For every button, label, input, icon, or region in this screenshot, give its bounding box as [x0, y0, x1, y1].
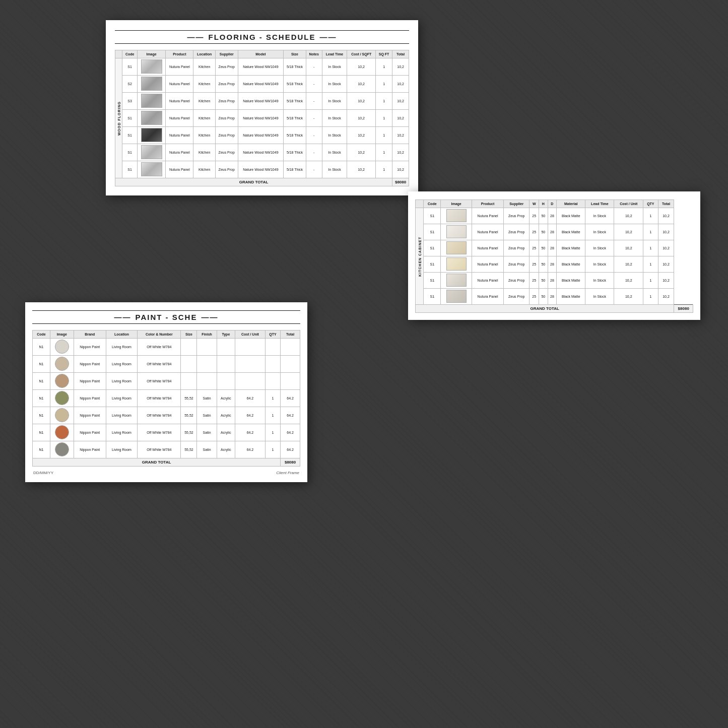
flooring-cell: Nutura Panel	[166, 76, 193, 93]
kitchen-cell: Zeus Prop	[504, 240, 530, 256]
paint-finish: Satin	[197, 390, 217, 407]
flooring-cell: 5/18 Thick	[284, 127, 306, 144]
flooring-cell: Nature Wood NW1049	[238, 76, 283, 93]
paint-location: Living Room	[106, 373, 137, 390]
kitchen-cell: In Stock	[585, 224, 614, 240]
kitchen-image-cell	[441, 256, 472, 273]
flooring-cell: -	[306, 93, 322, 110]
kitchen-cell: 28	[548, 224, 557, 240]
paint-size	[181, 356, 197, 373]
flooring-image-cell	[137, 76, 165, 93]
k-col-depth: D	[548, 200, 557, 208]
flooring-cell: Nutura Panel	[166, 110, 193, 127]
paint-swatch-cell	[50, 390, 74, 407]
paint-cost: 64.2	[235, 390, 266, 407]
flooring-cell: Nutura Panel	[166, 144, 193, 161]
paint-code: N1	[33, 339, 50, 356]
paint-cost	[235, 373, 266, 390]
paint-swatch-cell	[50, 424, 74, 441]
k-col-width: W	[530, 200, 539, 208]
paint-location: Living Room	[106, 356, 137, 373]
flooring-image-cell	[137, 161, 165, 178]
paint-row: N1Nippon PaintLiving RoomOff White W7845…	[33, 390, 300, 407]
paint-size: 55,52	[181, 441, 197, 458]
flooring-cell: In Stock	[322, 110, 347, 127]
flooring-cell: 10,2	[347, 127, 376, 144]
kitchen-image-cell	[441, 208, 472, 224]
p-col-finish: Finish	[197, 330, 217, 339]
kitchen-cell: Zeus Prop	[504, 273, 530, 289]
flooring-cell: Zeus Prop	[215, 58, 238, 76]
paint-color: Off White W784	[138, 373, 181, 390]
kitchen-cell: In Stock	[585, 240, 614, 256]
paint-swatch-cell	[50, 373, 74, 390]
kitchen-cell: 10,2	[658, 273, 674, 289]
paint-brand: Nippon Paint	[74, 424, 106, 441]
p-col-qty: QTY	[265, 330, 280, 339]
paint-qty	[265, 373, 280, 390]
kitchen-cell: Black Matte	[557, 208, 585, 224]
kitchen-cell: In Stock	[585, 289, 614, 305]
paint-type	[217, 339, 235, 356]
paint-cost: 64.2	[235, 441, 266, 458]
kitchen-cell: 25	[530, 208, 539, 224]
paint-type: Acrylic	[217, 424, 235, 441]
kitchen-cell: Black Matte	[557, 240, 585, 256]
paint-code: N1	[33, 356, 50, 373]
kitchen-cell: Nutura Panel	[472, 208, 504, 224]
flooring-cell: 5/18 Thick	[284, 161, 306, 178]
kitchen-image-cell	[441, 224, 472, 240]
paint-qty: 1	[265, 441, 280, 458]
paint-code: N1	[33, 407, 50, 424]
kitchen-cell: 1	[643, 289, 658, 305]
flooring-row: S1Nutura PanelKitchenZeus PropNature Woo…	[115, 144, 409, 161]
col-product: Product	[166, 50, 193, 58]
kitchen-row: S1Nutura PanelZeus Prop255028Black Matte…	[416, 273, 693, 289]
kitchen-cabinet-card: Code Image Product Supplier W H D Materi…	[408, 191, 700, 320]
kitchen-cell: 1	[643, 240, 658, 256]
grand-total-value: $8080	[281, 458, 300, 467]
flooring-cell: 1	[375, 76, 392, 93]
col-section-label	[115, 50, 122, 58]
p-col-total: Total	[281, 330, 300, 339]
kitchen-cell: Nutura Panel	[472, 256, 504, 273]
flooring-cell: 1	[375, 93, 392, 110]
paint-finish: Satin	[197, 441, 217, 458]
kitchen-cell: 28	[548, 256, 557, 273]
flooring-cell: S1	[122, 58, 137, 76]
k-col-image: Image	[441, 200, 472, 208]
flooring-row: S3Nutura PanelKitchenZeus PropNature Woo…	[115, 93, 409, 110]
p-col-color: Color & Number	[138, 330, 181, 339]
col-code: Code	[122, 50, 137, 58]
flooring-cell: 1	[375, 127, 392, 144]
kitchen-row: S1Nutura PanelZeus Prop255028Black Matte…	[416, 256, 693, 273]
kitchen-cell: S1	[424, 240, 441, 256]
paint-cost	[235, 339, 266, 356]
flooring-cell: 10,2	[347, 93, 376, 110]
paint-title: PAINT - SCHE	[32, 310, 300, 324]
flooring-row: S2Nutura PanelKitchenZeus PropNature Woo…	[115, 76, 409, 93]
flooring-cell: Zeus Prop	[215, 93, 238, 110]
paint-finish: Satin	[197, 424, 217, 441]
grand-total-value: $8080	[674, 305, 693, 313]
col-sq-ft: SQ FT	[375, 50, 392, 58]
paint-location: Living Room	[106, 390, 137, 407]
kitchen-cell: 50	[539, 224, 548, 240]
flooring-table: Code Image Product Location Supplier Mod…	[115, 50, 409, 186]
kitchen-cell: 10,2	[658, 256, 674, 273]
grand-total-row: GRAND TOTAL$8080	[416, 305, 693, 313]
flooring-cell: 10,2	[392, 127, 409, 144]
flooring-cell: Zeus Prop	[215, 161, 238, 178]
flooring-schedule-card: FLOORING - SCHEDULE Code Image Product L…	[106, 20, 418, 195]
col-cost-sqft: Cost / SQFT	[347, 50, 376, 58]
footer-date: DD/MM/YY	[33, 471, 53, 475]
flooring-cell: 10,2	[347, 76, 376, 93]
flooring-image-cell	[137, 110, 165, 127]
flooring-cell: Nutura Panel	[166, 161, 193, 178]
kitchen-cell: 28	[548, 240, 557, 256]
kitchen-cell: S1	[424, 256, 441, 273]
paint-qty	[265, 356, 280, 373]
paint-brand: Nippon Paint	[74, 390, 106, 407]
flooring-cell: Kitchen	[193, 76, 215, 93]
flooring-cell: 10,2	[392, 93, 409, 110]
